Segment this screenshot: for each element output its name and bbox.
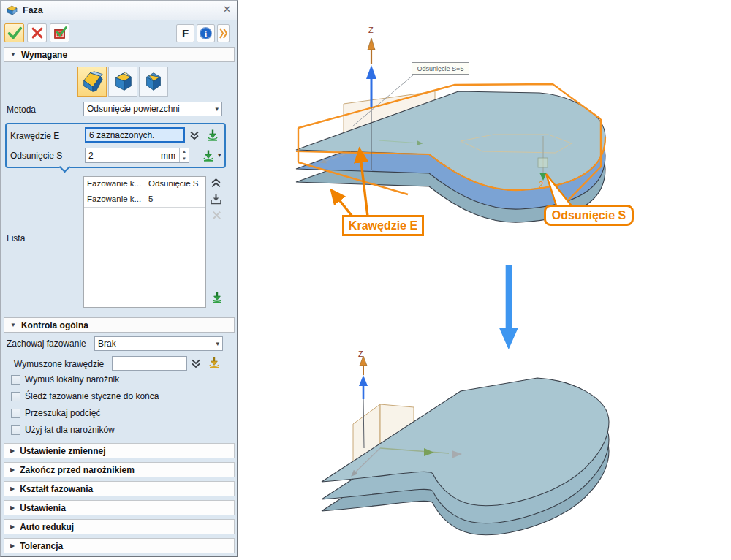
collapse-panel-button[interactable] bbox=[217, 24, 230, 42]
section-wymagane-title: Wymagane bbox=[21, 50, 67, 60]
section-ksztalt-fazowania[interactable]: ▶ Kształt fazowania bbox=[4, 481, 235, 496]
chamfer-list-table[interactable]: Fazowanie k... Odsunięcie S Fazowanie k.… bbox=[83, 176, 206, 308]
collapsed-triangle-icon: ▶ bbox=[10, 523, 15, 530]
method-value: Odsunięcie powierzchni bbox=[87, 104, 215, 114]
z-axis-blue-arrow bbox=[366, 65, 376, 79]
forced-edges-input[interactable] bbox=[112, 356, 187, 371]
spinner-down-icon[interactable]: ▼ bbox=[180, 156, 189, 163]
collapsed-triangle-icon: ▶ bbox=[10, 466, 15, 473]
model-after: Z bbox=[322, 349, 609, 535]
keep-chamfer-value: Brak bbox=[98, 338, 216, 349]
close-icon[interactable]: ✕ bbox=[223, 4, 231, 15]
collapsed-triangle-icon: ▶ bbox=[10, 542, 15, 549]
method-dropdown[interactable]: Odsunięcie powierzchni ▾ bbox=[83, 102, 222, 116]
import-row-icon[interactable] bbox=[210, 193, 222, 205]
info-button[interactable]: i bbox=[197, 24, 215, 42]
checkbox[interactable] bbox=[11, 375, 20, 385]
ok-button[interactable] bbox=[4, 23, 24, 42]
checkbox-label: Śledź fazowanie styczne do końca bbox=[25, 391, 159, 401]
offset-callout-label: Odsunięcie S bbox=[544, 205, 634, 226]
collapsed-triangle-icon: ▶ bbox=[10, 504, 15, 511]
checkbox[interactable] bbox=[11, 409, 20, 418]
z-axis-orange-arrow bbox=[368, 38, 375, 50]
col-header-2[interactable]: Odsunięcie S bbox=[145, 177, 205, 192]
section-title: Auto redukuj bbox=[20, 522, 74, 532]
dialog-title: Faza bbox=[23, 5, 43, 15]
chevron-down-icon: ▾ bbox=[215, 105, 219, 113]
ok-check-icon bbox=[7, 25, 23, 41]
section-kontrola-header[interactable]: ▼ Kontrola ogólna bbox=[4, 317, 235, 333]
orange-chevrons-icon bbox=[219, 26, 228, 41]
keep-chamfer-dropdown[interactable]: Brak ▾ bbox=[94, 336, 223, 351]
z-axis-label-2: Z bbox=[358, 349, 363, 358]
apply-check-icon bbox=[52, 25, 68, 41]
forced-pick-icon[interactable] bbox=[208, 355, 221, 369]
section-kontrola-title: Kontrola ogólna bbox=[21, 320, 88, 330]
checkbox-row-undercut[interactable]: Przeszukaj podcięć bbox=[11, 408, 100, 418]
apply-repeat-button[interactable] bbox=[50, 23, 69, 42]
cancel-button[interactable] bbox=[27, 23, 47, 42]
section-zakoncz-przed[interactable]: ▶ Zakończ przed narożnikiem bbox=[4, 462, 235, 477]
chamfer-type-vertex-button[interactable] bbox=[139, 67, 168, 97]
info-icon: i bbox=[198, 26, 213, 41]
pick-from-scene-icon[interactable] bbox=[206, 128, 219, 142]
edges-input[interactable] bbox=[85, 127, 185, 143]
chamfer-type-face-button[interactable] bbox=[108, 67, 137, 97]
pick-offset-icon[interactable] bbox=[202, 148, 215, 162]
checkbox[interactable] bbox=[11, 392, 20, 401]
table-row[interactable]: Fazowanie k... 5 bbox=[84, 192, 205, 208]
quantity-stepper[interactable]: ▲ ▼ bbox=[179, 148, 189, 162]
edges-label: Krawędzie E bbox=[10, 131, 59, 141]
section-tolerancja[interactable]: ▶ Tolerancja bbox=[4, 538, 235, 553]
checkbox-row-patches[interactable]: Użyj łat dla narożników bbox=[11, 425, 115, 435]
chevron-down-icon-2: ▾ bbox=[216, 340, 219, 347]
offset-handle-value: 2 bbox=[539, 180, 544, 190]
section-ustawienie-zmiennej[interactable]: ▶ Ustawienie zmiennej bbox=[4, 443, 235, 458]
section-title: Tolerancja bbox=[20, 541, 63, 551]
model-before: Z 2 bbox=[296, 26, 605, 222]
checkbox-label: Użyj łat dla narożników bbox=[25, 425, 115, 435]
spinner-up-icon[interactable]: ▲ bbox=[180, 148, 189, 156]
offset-options-caret[interactable]: ▾ bbox=[218, 151, 221, 159]
toolbar-separator bbox=[1, 45, 237, 45]
offset-label: Odsunięcie S bbox=[10, 151, 62, 161]
checkbox[interactable] bbox=[11, 425, 20, 435]
3d-viewport[interactable]: Z 2 bbox=[238, 0, 731, 560]
checkbox-row-tangent[interactable]: Śledź fazowanie styczne do końca bbox=[11, 391, 159, 401]
section-title: Zakończ przed narożnikiem bbox=[20, 465, 135, 475]
cell-offset[interactable]: 5 bbox=[145, 192, 205, 207]
collapse-list-icon[interactable] bbox=[211, 178, 221, 189]
forced-edges-label: Wymuszone krawędzie bbox=[14, 359, 104, 369]
checkbox-label: Przeszukaj podcięć bbox=[25, 408, 100, 418]
checkbox-row-local-corner[interactable]: Wymuś lokalny narożnik bbox=[11, 374, 119, 385]
z-axis-label: Z bbox=[368, 26, 374, 34]
edges-callout-arrow-1 bbox=[332, 191, 352, 216]
dialog-titlebar[interactable]: Faza ✕ bbox=[1, 1, 237, 20]
expanded-triangle-icon: ▼ bbox=[10, 51, 16, 58]
add-to-list-icon[interactable] bbox=[211, 290, 224, 304]
f-button[interactable]: F bbox=[176, 24, 194, 42]
unit-label: mm bbox=[161, 151, 175, 161]
section-ustawienia[interactable]: ▶ Ustawienia bbox=[4, 500, 235, 515]
chamfer-type-edge-button[interactable] bbox=[77, 67, 107, 97]
chamfer-app-icon bbox=[6, 4, 18, 18]
chamfer-edge-icon bbox=[80, 69, 105, 94]
list-label: Lista bbox=[7, 233, 25, 243]
svg-text:i: i bbox=[205, 29, 207, 38]
table-header-row: Fazowanie k... Odsunięcie S bbox=[84, 177, 205, 192]
collapsed-triangle-icon: ▶ bbox=[10, 447, 15, 454]
transition-arrow bbox=[499, 265, 518, 349]
checkbox-label: Wymuś lokalny narożnik bbox=[25, 374, 119, 385]
cell-fazowanie[interactable]: Fazowanie k... bbox=[84, 192, 145, 207]
delete-row-icon[interactable] bbox=[211, 210, 222, 221]
method-label: Metoda bbox=[7, 105, 36, 115]
faza-dialog: Faza ✕ F i ▼ Wymagane bbox=[0, 0, 238, 557]
col-header-1[interactable]: Fazowanie k... bbox=[84, 177, 145, 192]
scene-canvas: Z 2 bbox=[241, 0, 731, 560]
section-auto-redukuj[interactable]: ▶ Auto redukuj bbox=[4, 519, 235, 534]
forced-expand-chevrons-icon[interactable] bbox=[191, 358, 201, 368]
chamfer-vertex-icon bbox=[141, 69, 166, 94]
expand-chevrons-icon[interactable] bbox=[189, 130, 200, 140]
section-wymagane-header[interactable]: ▼ Wymagane bbox=[4, 47, 235, 62]
section-title: Kształt fazowania bbox=[20, 484, 93, 494]
